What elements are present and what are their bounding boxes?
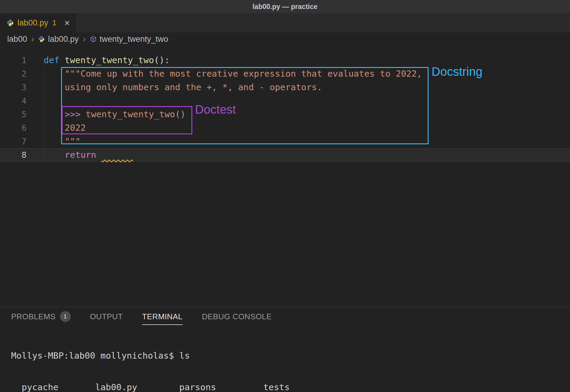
terminal-line: __pycache__ lab00.py parsons tests bbox=[11, 382, 570, 392]
doctest-annotation-box bbox=[62, 106, 192, 134]
blank-with-warning-squiggle: ______ bbox=[101, 150, 133, 160]
docstring-annotation-label: Docstring bbox=[432, 65, 482, 78]
breadcrumb-item-lab00[interactable]: lab00 bbox=[7, 35, 27, 44]
panel-tabs: PROBLEMS1 OUTPUT TERMINAL DEBUG CONSOLE bbox=[0, 307, 570, 325]
tab-terminal[interactable]: TERMINAL bbox=[142, 312, 183, 325]
code-editor[interactable]: 1 def twenty_twenty_two(): 2 """Come up … bbox=[0, 46, 570, 307]
code-line-1[interactable]: 1 def twenty_twenty_two(): bbox=[0, 54, 570, 67]
chevron-right-icon: › bbox=[83, 34, 86, 44]
breadcrumb-item-symbol[interactable]: twenty_twenty_two bbox=[100, 35, 168, 44]
punctuation: (): bbox=[154, 55, 170, 65]
line-number: 4 bbox=[0, 94, 26, 108]
tab-lab00py[interactable]: lab00.py 1 × bbox=[0, 13, 76, 32]
python-icon bbox=[7, 19, 14, 26]
window-title: lab00.py — practice bbox=[252, 3, 318, 11]
line-number: 6 bbox=[0, 121, 26, 135]
line-number: 2 bbox=[0, 67, 26, 81]
tab-output[interactable]: OUTPUT bbox=[90, 312, 123, 325]
titlebar: lab00.py — practice bbox=[0, 0, 570, 13]
close-icon[interactable]: × bbox=[64, 18, 70, 28]
empty-line bbox=[26, 94, 65, 108]
tab-debug-console[interactable]: DEBUG CONSOLE bbox=[202, 312, 272, 325]
line-number: 8 bbox=[0, 148, 26, 162]
breadcrumb-item-lab00py[interactable]: lab00.py bbox=[48, 35, 79, 44]
doctest-annotation-label: Doctest bbox=[195, 103, 236, 116]
line-number: 5 bbox=[0, 108, 26, 121]
terminal-line: Mollys-MBP:lab00 mollynicholas$ ls bbox=[11, 351, 570, 361]
code-text: def twenty_twenty_two(): bbox=[26, 54, 170, 67]
tab-problems[interactable]: PROBLEMS1 bbox=[11, 311, 71, 326]
chevron-right-icon: › bbox=[31, 34, 34, 44]
tab-label: lab00.py bbox=[17, 18, 48, 28]
return-statement: return ______ bbox=[26, 148, 133, 162]
tab-bar: lab00.py 1 × bbox=[0, 13, 570, 32]
python-icon bbox=[38, 36, 45, 42]
symbol-cube-icon bbox=[90, 36, 97, 42]
return-keyword: return bbox=[65, 150, 101, 160]
tab-problem-badge: 1 bbox=[52, 19, 56, 27]
function-name: twenty_twenty_two bbox=[65, 55, 154, 65]
code-line-8[interactable]: 8 return ______ bbox=[0, 148, 570, 162]
line-number: 3 bbox=[0, 81, 26, 94]
problems-count-badge: 1 bbox=[60, 311, 71, 322]
indent-guide bbox=[44, 67, 44, 162]
def-keyword: def bbox=[44, 55, 65, 65]
breadcrumb: lab00 › lab00.py › twenty_twenty_two bbox=[0, 32, 570, 46]
bottom-panel: PROBLEMS1 OUTPUT TERMINAL DEBUG CONSOLE … bbox=[0, 307, 570, 392]
line-number: 7 bbox=[0, 135, 26, 148]
terminal[interactable]: Mollys-MBP:lab00 mollynicholas$ ls __pyc… bbox=[11, 329, 570, 392]
line-number: 1 bbox=[0, 54, 26, 67]
